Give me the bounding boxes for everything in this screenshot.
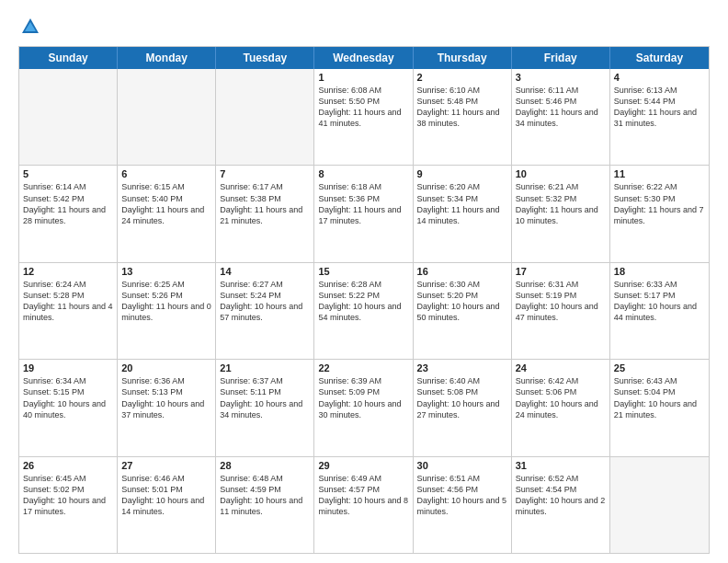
cell-details: Sunrise: 6:20 AM Sunset: 5:34 PM Dayligh… — [417, 181, 507, 226]
calendar-cell: 26Sunrise: 6:45 AM Sunset: 5:02 PM Dayli… — [19, 457, 118, 553]
page: SundayMondayTuesdayWednesdayThursdayFrid… — [0, 0, 728, 563]
calendar-cell: 19Sunrise: 6:34 AM Sunset: 5:15 PM Dayli… — [19, 360, 118, 455]
calendar-cell: 22Sunrise: 6:39 AM Sunset: 5:09 PM Dayli… — [314, 360, 413, 455]
calendar-cell: 31Sunrise: 6:52 AM Sunset: 4:54 PM Dayli… — [512, 457, 610, 553]
calendar-cell: 28Sunrise: 6:48 AM Sunset: 4:59 PM Dayli… — [216, 457, 314, 553]
cell-details: Sunrise: 6:28 AM Sunset: 5:22 PM Dayligh… — [318, 279, 408, 324]
day-number: 6 — [121, 168, 211, 179]
cell-details: Sunrise: 6:31 AM Sunset: 5:19 PM Dayligh… — [516, 279, 606, 324]
cell-details: Sunrise: 6:15 AM Sunset: 5:40 PM Dayligh… — [121, 181, 211, 226]
day-number: 30 — [417, 460, 507, 471]
calendar-cell: 7Sunrise: 6:17 AM Sunset: 5:38 PM Daylig… — [216, 166, 314, 261]
day-number: 9 — [417, 168, 507, 179]
header — [18, 17, 710, 37]
day-number: 27 — [121, 460, 211, 471]
cell-details: Sunrise: 6:11 AM Sunset: 5:46 PM Dayligh… — [516, 85, 606, 130]
day-number: 22 — [318, 362, 408, 373]
cell-details: Sunrise: 6:14 AM Sunset: 5:42 PM Dayligh… — [23, 181, 113, 226]
day-number: 19 — [23, 362, 113, 373]
cell-details: Sunrise: 6:37 AM Sunset: 5:11 PM Dayligh… — [220, 375, 310, 420]
day-number: 7 — [220, 168, 310, 179]
day-number: 16 — [417, 266, 507, 277]
calendar-week-2: 5Sunrise: 6:14 AM Sunset: 5:42 PM Daylig… — [19, 166, 709, 262]
calendar-cell: 3Sunrise: 6:11 AM Sunset: 5:46 PM Daylig… — [512, 69, 610, 165]
calendar-week-1: 1Sunrise: 6:08 AM Sunset: 5:50 PM Daylig… — [19, 69, 709, 166]
cell-details: Sunrise: 6:49 AM Sunset: 4:57 PM Dayligh… — [318, 473, 408, 518]
calendar-cell — [216, 69, 314, 165]
calendar-cell: 16Sunrise: 6:30 AM Sunset: 5:20 PM Dayli… — [414, 263, 512, 359]
calendar-cell: 23Sunrise: 6:40 AM Sunset: 5:08 PM Dayli… — [414, 360, 512, 455]
calendar-cell: 4Sunrise: 6:13 AM Sunset: 5:44 PM Daylig… — [610, 69, 709, 165]
day-number: 3 — [516, 72, 606, 83]
calendar-week-4: 19Sunrise: 6:34 AM Sunset: 5:15 PM Dayli… — [19, 360, 709, 456]
calendar-body: 1Sunrise: 6:08 AM Sunset: 5:50 PM Daylig… — [19, 69, 709, 553]
day-number: 21 — [220, 362, 310, 373]
cell-details: Sunrise: 6:46 AM Sunset: 5:01 PM Dayligh… — [121, 473, 211, 518]
calendar-cell: 29Sunrise: 6:49 AM Sunset: 4:57 PM Dayli… — [314, 457, 413, 553]
day-number: 11 — [614, 168, 705, 179]
cell-details: Sunrise: 6:33 AM Sunset: 5:17 PM Dayligh… — [614, 279, 705, 324]
header-day-sunday: Sunday — [19, 47, 118, 69]
calendar-cell: 15Sunrise: 6:28 AM Sunset: 5:22 PM Dayli… — [314, 263, 413, 359]
calendar-cell: 20Sunrise: 6:36 AM Sunset: 5:13 PM Dayli… — [118, 360, 216, 455]
cell-details: Sunrise: 6:51 AM Sunset: 4:56 PM Dayligh… — [417, 473, 507, 518]
calendar-cell: 2Sunrise: 6:10 AM Sunset: 5:48 PM Daylig… — [414, 69, 512, 165]
header-day-saturday: Saturday — [610, 47, 709, 69]
day-number: 1 — [318, 72, 408, 83]
header-day-wednesday: Wednesday — [314, 47, 413, 69]
cell-details: Sunrise: 6:30 AM Sunset: 5:20 PM Dayligh… — [417, 279, 507, 324]
day-number: 13 — [121, 266, 211, 277]
calendar: SundayMondayTuesdayWednesdayThursdayFrid… — [18, 46, 710, 554]
cell-details: Sunrise: 6:08 AM Sunset: 5:50 PM Dayligh… — [318, 85, 408, 130]
cell-details: Sunrise: 6:43 AM Sunset: 5:04 PM Dayligh… — [614, 375, 705, 420]
calendar-cell: 11Sunrise: 6:22 AM Sunset: 5:30 PM Dayli… — [610, 166, 709, 261]
day-number: 14 — [220, 266, 310, 277]
header-day-monday: Monday — [118, 47, 216, 69]
calendar-cell: 10Sunrise: 6:21 AM Sunset: 5:32 PM Dayli… — [512, 166, 610, 261]
calendar-cell: 17Sunrise: 6:31 AM Sunset: 5:19 PM Dayli… — [512, 263, 610, 359]
cell-details: Sunrise: 6:42 AM Sunset: 5:06 PM Dayligh… — [516, 375, 606, 420]
header-day-tuesday: Tuesday — [216, 47, 314, 69]
day-number: 23 — [417, 362, 507, 373]
day-number: 8 — [318, 168, 408, 179]
calendar-header-row: SundayMondayTuesdayWednesdayThursdayFrid… — [19, 47, 709, 69]
cell-details: Sunrise: 6:13 AM Sunset: 5:44 PM Dayligh… — [614, 85, 705, 130]
day-number: 12 — [23, 266, 113, 277]
header-day-friday: Friday — [512, 47, 610, 69]
calendar-cell — [118, 69, 216, 165]
cell-details: Sunrise: 6:39 AM Sunset: 5:09 PM Dayligh… — [318, 375, 408, 420]
calendar-cell: 8Sunrise: 6:18 AM Sunset: 5:36 PM Daylig… — [314, 166, 413, 261]
cell-details: Sunrise: 6:27 AM Sunset: 5:24 PM Dayligh… — [220, 279, 310, 324]
day-number: 18 — [614, 266, 705, 277]
cell-details: Sunrise: 6:24 AM Sunset: 5:28 PM Dayligh… — [23, 279, 113, 324]
cell-details: Sunrise: 6:18 AM Sunset: 5:36 PM Dayligh… — [318, 181, 408, 226]
calendar-cell: 18Sunrise: 6:33 AM Sunset: 5:17 PM Dayli… — [610, 263, 709, 359]
day-number: 24 — [516, 362, 606, 373]
day-number: 17 — [516, 266, 606, 277]
day-number: 10 — [516, 168, 606, 179]
calendar-week-5: 26Sunrise: 6:45 AM Sunset: 5:02 PM Dayli… — [19, 457, 709, 553]
calendar-cell: 25Sunrise: 6:43 AM Sunset: 5:04 PM Dayli… — [610, 360, 709, 455]
calendar-cell: 1Sunrise: 6:08 AM Sunset: 5:50 PM Daylig… — [314, 69, 413, 165]
cell-details: Sunrise: 6:25 AM Sunset: 5:26 PM Dayligh… — [121, 279, 211, 324]
calendar-cell: 24Sunrise: 6:42 AM Sunset: 5:06 PM Dayli… — [512, 360, 610, 455]
day-number: 25 — [614, 362, 705, 373]
calendar-cell — [19, 69, 118, 165]
header-day-thursday: Thursday — [414, 47, 512, 69]
cell-details: Sunrise: 6:52 AM Sunset: 4:54 PM Dayligh… — [516, 473, 606, 518]
calendar-cell — [610, 457, 709, 553]
day-number: 31 — [516, 460, 606, 471]
cell-details: Sunrise: 6:22 AM Sunset: 5:30 PM Dayligh… — [614, 181, 705, 226]
cell-details: Sunrise: 6:45 AM Sunset: 5:02 PM Dayligh… — [23, 473, 113, 518]
cell-details: Sunrise: 6:17 AM Sunset: 5:38 PM Dayligh… — [220, 181, 310, 226]
day-number: 29 — [318, 460, 408, 471]
cell-details: Sunrise: 6:48 AM Sunset: 4:59 PM Dayligh… — [220, 473, 310, 518]
cell-details: Sunrise: 6:36 AM Sunset: 5:13 PM Dayligh… — [121, 375, 211, 420]
cell-details: Sunrise: 6:21 AM Sunset: 5:32 PM Dayligh… — [516, 181, 606, 226]
calendar-cell: 13Sunrise: 6:25 AM Sunset: 5:26 PM Dayli… — [118, 263, 216, 359]
calendar-cell: 6Sunrise: 6:15 AM Sunset: 5:40 PM Daylig… — [118, 166, 216, 261]
logo-icon — [20, 17, 40, 37]
calendar-cell: 12Sunrise: 6:24 AM Sunset: 5:28 PM Dayli… — [19, 263, 118, 359]
calendar-week-3: 12Sunrise: 6:24 AM Sunset: 5:28 PM Dayli… — [19, 263, 709, 360]
cell-details: Sunrise: 6:40 AM Sunset: 5:08 PM Dayligh… — [417, 375, 507, 420]
